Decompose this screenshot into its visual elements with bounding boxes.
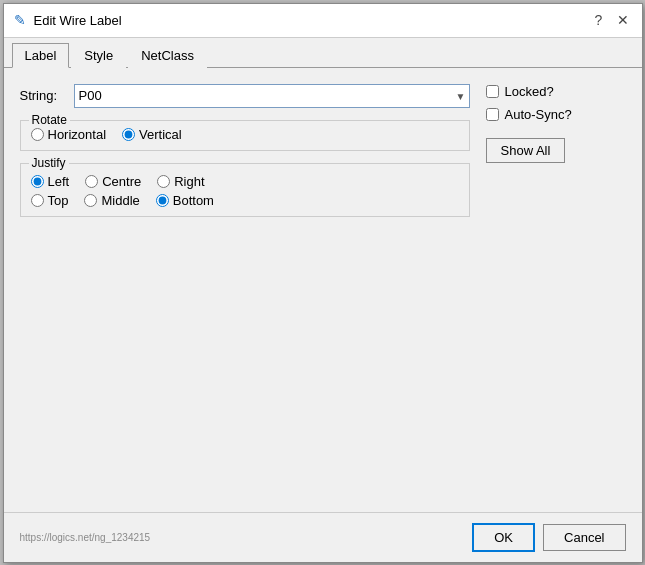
justify-middle-option[interactable]: Middle [84, 193, 139, 208]
justify-centre-radio[interactable] [85, 175, 98, 188]
tab-bar: Label Style NetClass [4, 38, 642, 68]
edit-wire-label-dialog: ✎ Edit Wire Label ? ✕ Label Style NetCla… [3, 3, 643, 563]
justify-bottom-option[interactable]: Bottom [156, 193, 214, 208]
rotate-group: Rotate Horizontal Vertical [20, 120, 470, 151]
title-buttons: ? ✕ [588, 9, 634, 31]
ok-button[interactable]: OK [472, 523, 535, 552]
right-panel: Locked? Auto-Sync? Show All [486, 84, 626, 496]
justify-group: Justify Left Centre Right [20, 163, 470, 217]
rotate-vertical-radio[interactable] [122, 128, 135, 141]
tab-label[interactable]: Label [12, 43, 70, 68]
autosync-checkbox-item[interactable]: Auto-Sync? [486, 107, 626, 122]
justify-right-option[interactable]: Right [157, 174, 204, 189]
justify-radio-group: Left Centre Right [31, 174, 459, 208]
string-input[interactable]: P00 [74, 84, 470, 108]
left-panel: String: P00 ▼ Rotate Horizontal [20, 84, 470, 496]
justify-centre-option[interactable]: Centre [85, 174, 141, 189]
locked-checkbox-item[interactable]: Locked? [486, 84, 626, 99]
justify-right-radio[interactable] [157, 175, 170, 188]
rotate-horizontal-option[interactable]: Horizontal [31, 127, 107, 142]
justify-bottom-radio[interactable] [156, 194, 169, 207]
justify-middle-radio[interactable] [84, 194, 97, 207]
justify-top-option[interactable]: Top [31, 193, 69, 208]
dialog-title: Edit Wire Label [34, 13, 588, 28]
rotate-radio-row: Horizontal Vertical [31, 127, 459, 142]
tab-content: String: P00 ▼ Rotate Horizontal [4, 68, 642, 512]
cancel-button[interactable]: Cancel [543, 524, 625, 551]
rotate-horizontal-radio[interactable] [31, 128, 44, 141]
justify-left-radio[interactable] [31, 175, 44, 188]
rotate-vertical-option[interactable]: Vertical [122, 127, 182, 142]
footer-url: https://logics.net/ng_1234215 [20, 532, 151, 543]
tab-style[interactable]: Style [71, 43, 126, 68]
show-all-button[interactable]: Show All [486, 138, 566, 163]
autosync-checkbox[interactable] [486, 108, 499, 121]
close-button[interactable]: ✕ [612, 9, 634, 31]
locked-checkbox[interactable] [486, 85, 499, 98]
justify-top-radio[interactable] [31, 194, 44, 207]
string-row: String: P00 ▼ [20, 84, 470, 108]
justify-row-2: Top Middle Bottom [31, 193, 459, 208]
help-button[interactable]: ? [588, 9, 610, 31]
footer: https://logics.net/ng_1234215 OK Cancel [4, 512, 642, 562]
dialog-icon: ✎ [12, 12, 28, 28]
locked-label: Locked? [505, 84, 554, 99]
justify-group-label: Justify [29, 156, 69, 170]
rotate-group-label: Rotate [29, 113, 70, 127]
title-bar: ✎ Edit Wire Label ? ✕ [4, 4, 642, 38]
justify-left-option[interactable]: Left [31, 174, 70, 189]
string-dropdown-wrapper: P00 ▼ [74, 84, 470, 108]
tab-netclass[interactable]: NetClass [128, 43, 207, 68]
autosync-label: Auto-Sync? [505, 107, 572, 122]
string-label: String: [20, 88, 66, 103]
justify-row-1: Left Centre Right [31, 174, 459, 189]
